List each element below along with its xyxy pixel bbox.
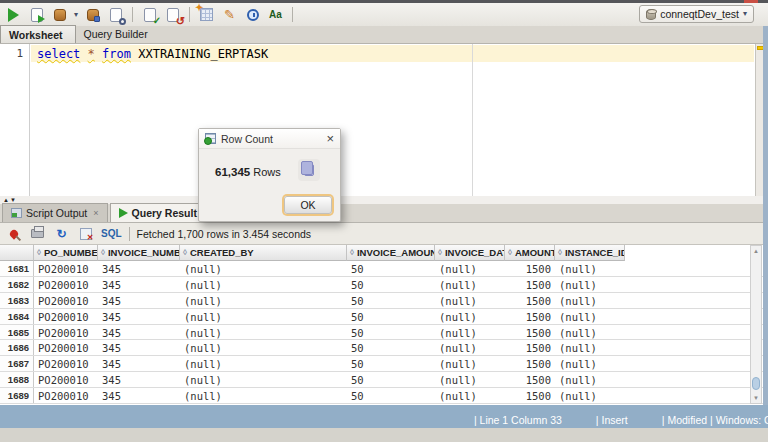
close-tab-icon[interactable]: × <box>93 208 98 218</box>
unshared-worksheet-icon[interactable]: ✦ <box>198 7 215 23</box>
data-cell[interactable]: (null) <box>180 372 347 387</box>
table-row[interactable]: 1682PO200010345(null)50(null)1500(null) <box>0 277 768 293</box>
data-cell[interactable]: 50 <box>347 325 435 340</box>
data-cell[interactable]: 50 <box>347 261 435 276</box>
row-number-cell[interactable]: 1681 <box>0 261 34 276</box>
data-cell[interactable]: (null) <box>555 293 625 308</box>
row-number-cell[interactable]: 1688 <box>0 372 34 387</box>
data-cell[interactable]: 50 <box>347 309 435 324</box>
data-cell[interactable]: (null) <box>555 372 625 387</box>
data-cell[interactable]: 345 <box>98 356 180 371</box>
data-cell[interactable]: (null) <box>555 388 625 403</box>
table-row[interactable]: 1683PO200010345(null)50(null)1500(null) <box>0 293 768 309</box>
copy-button[interactable] <box>298 159 320 181</box>
table-row[interactable]: 1686PO200010345(null)50(null)1500(null) <box>0 340 768 356</box>
table-row[interactable]: 1687PO200010345(null)50(null)1500(null) <box>0 356 768 372</box>
data-cell[interactable]: PO200010 <box>34 388 98 403</box>
data-cell[interactable]: 1500 <box>505 356 555 371</box>
data-cell[interactable]: 345 <box>98 388 180 403</box>
pin-icon[interactable] <box>5 226 22 242</box>
column-header-instance_id[interactable]: ◊INSTANCE_ID <box>555 245 625 261</box>
data-cell[interactable]: (null) <box>180 325 347 340</box>
data-cell[interactable]: (null) <box>435 325 505 340</box>
row-number-cell[interactable]: 1684 <box>0 309 34 324</box>
data-cell[interactable]: (null) <box>555 309 625 324</box>
sql-editor[interactable]: 1 select * from XXTRAINING_ERPTASK <box>0 44 768 196</box>
data-cell[interactable]: (null) <box>180 356 347 371</box>
table-row[interactable]: 1685PO200010345(null)50(null)1500(null) <box>0 325 768 341</box>
data-cell[interactable]: 1500 <box>505 277 555 292</box>
table-row[interactable]: 1684PO200010345(null)50(null)1500(null) <box>0 309 768 325</box>
autotrace-icon[interactable] <box>51 7 68 23</box>
row-number-cell[interactable]: 1686 <box>0 340 34 355</box>
data-cell[interactable]: PO200010 <box>34 325 98 340</box>
data-cell[interactable]: (null) <box>180 388 347 403</box>
table-row[interactable]: 1681PO200010345(null)50(null)1500(null) <box>0 261 768 277</box>
data-cell[interactable]: 1500 <box>505 261 555 276</box>
data-cell[interactable]: 345 <box>98 340 180 355</box>
data-cell[interactable]: 345 <box>98 309 180 324</box>
data-cell[interactable]: 50 <box>347 277 435 292</box>
data-cell[interactable]: 1500 <box>505 340 555 355</box>
autotrace-dropdown-icon[interactable]: ▾ <box>74 11 78 19</box>
column-header-invoice_amount[interactable]: ◊INVOICE_AMOUNT <box>347 245 435 261</box>
column-header-po_number[interactable]: ◊PO_NUMBER <box>34 245 98 261</box>
data-cell[interactable]: (null) <box>180 277 347 292</box>
data-cell[interactable]: (null) <box>180 309 347 324</box>
data-cell[interactable]: 1500 <box>505 325 555 340</box>
clear-icon[interactable]: ✎ <box>221 7 238 23</box>
data-cell[interactable]: PO200010 <box>34 372 98 387</box>
data-cell[interactable]: (null) <box>555 356 625 371</box>
column-header-invoice_number[interactable]: ◊INVOICE_NUMBER <box>98 245 180 261</box>
data-cell[interactable]: (null) <box>180 261 347 276</box>
rollback-icon[interactable]: ↺ <box>164 7 181 23</box>
data-cell[interactable]: (null) <box>180 293 347 308</box>
data-cell[interactable]: (null) <box>555 325 625 340</box>
connection-selector[interactable]: conneqtDev_test ▾ <box>639 5 754 23</box>
data-cell[interactable]: (null) <box>435 388 505 403</box>
run-statement-icon[interactable] <box>5 7 22 23</box>
data-cell[interactable]: 345 <box>98 293 180 308</box>
row-number-cell[interactable]: 1687 <box>0 356 34 371</box>
print-icon[interactable] <box>29 226 46 242</box>
result-grid[interactable]: ◊PO_NUMBER◊INVOICE_NUMBER◊CREATED_BY◊INV… <box>0 245 768 405</box>
data-cell[interactable]: 345 <box>98 277 180 292</box>
data-cell[interactable]: 50 <box>347 340 435 355</box>
data-cell[interactable]: 50 <box>347 356 435 371</box>
delete-grid-icon[interactable] <box>77 226 94 242</box>
column-header-amount[interactable]: ◊AMOUNT <box>505 245 555 261</box>
table-row[interactable]: 1688PO200010345(null)50(null)1500(null) <box>0 372 768 388</box>
data-cell[interactable]: PO200010 <box>34 309 98 324</box>
case-toggle-icon[interactable]: Aa <box>267 7 284 23</box>
data-cell[interactable]: (null) <box>555 261 625 276</box>
dialog-close-icon[interactable]: × <box>326 132 334 145</box>
data-cell[interactable]: 345 <box>98 372 180 387</box>
table-row[interactable]: 1689PO200010345(null)50(null)1500(null) <box>0 388 768 404</box>
data-cell[interactable]: PO200010 <box>34 293 98 308</box>
dialog-titlebar[interactable]: Row Count × <box>199 129 340 149</box>
data-cell[interactable]: (null) <box>180 340 347 355</box>
data-cell[interactable]: PO200010 <box>34 340 98 355</box>
refresh-icon[interactable]: ↻ <box>53 226 70 242</box>
scrollbar-thumb[interactable] <box>752 377 760 390</box>
sql-history-icon[interactable] <box>244 7 261 23</box>
scroll-up-icon[interactable]: ▲ <box>751 246 761 256</box>
data-cell[interactable]: (null) <box>435 309 505 324</box>
data-cell[interactable]: 50 <box>347 388 435 403</box>
data-cell[interactable]: 1500 <box>505 309 555 324</box>
row-number-cell[interactable]: 1689 <box>0 388 34 403</box>
data-cell[interactable]: (null) <box>435 340 505 355</box>
data-cell[interactable]: PO200010 <box>34 261 98 276</box>
tab-query-builder[interactable]: Query Builder <box>76 25 160 43</box>
data-cell[interactable]: (null) <box>435 356 505 371</box>
sql-tuning-icon[interactable] <box>107 7 124 23</box>
data-cell[interactable]: 50 <box>347 372 435 387</box>
data-cell[interactable]: PO200010 <box>34 356 98 371</box>
scroll-down-icon[interactable]: ▼ <box>751 393 761 403</box>
data-cell[interactable]: (null) <box>555 340 625 355</box>
explain-plan-icon[interactable] <box>84 7 101 23</box>
run-script-icon[interactable] <box>28 7 45 23</box>
ok-button[interactable]: OK <box>284 196 332 214</box>
data-cell[interactable]: 50 <box>347 293 435 308</box>
data-cell[interactable]: 345 <box>98 325 180 340</box>
